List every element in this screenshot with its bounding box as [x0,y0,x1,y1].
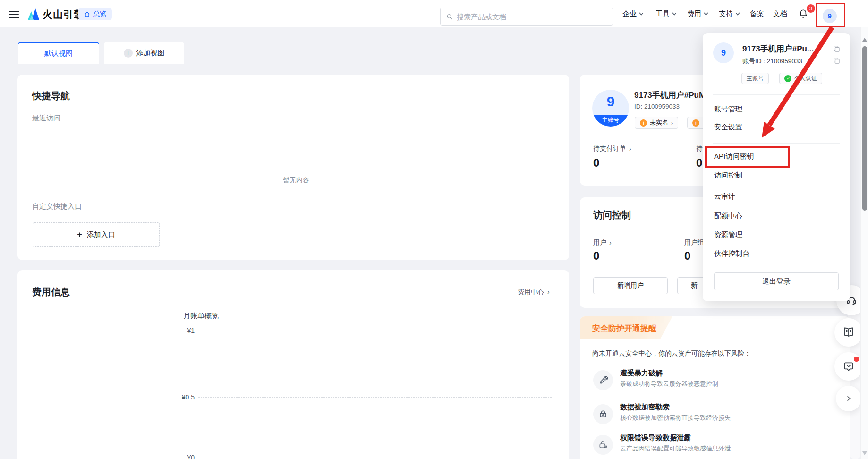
menu-item-resource-management[interactable]: 资源管理 [714,230,742,241]
nav-tools[interactable]: 工具 [655,0,677,27]
security-desc: 尚未开通云安全中心，你的云资产可能存在以下风险： [592,349,751,358]
risk-title: 数据被加密勒索 [620,403,670,412]
chevron-right-icon: › [609,239,612,246]
gridline-0_5 [198,397,552,398]
top-header: 火山引擎 总览 企业 工具 费用 支持 备案 文档 [0,0,868,27]
open-book-icon [842,326,855,339]
menu-item-quota-center[interactable]: 配额中心 [714,212,742,222]
add-entry-button[interactable]: + 添加入口 [33,222,160,247]
account-name: 9173手机用户#PuM [634,90,706,101]
tab-add-view[interactable]: + 添加视图 [104,42,184,64]
wrench-icon [593,370,613,390]
lock-x-icon [593,435,613,455]
chevron-down-icon [704,12,708,16]
users-value: 0 [593,249,599,263]
second-stat-value: 0 [696,156,702,170]
notification-dot [854,357,859,362]
logout-button[interactable]: 退出登录 [714,272,839,290]
info-icon: i [692,119,699,127]
chart-title: 月账单概览 [183,312,219,321]
risk-desc: 暴破成功将导致云服务器被恶意控制 [620,380,718,388]
nav-support[interactable]: 支持 [719,0,740,27]
scrollbar-thumb[interactable] [862,46,867,211]
notification-count-badge: 3 [807,4,815,13]
empty-state-text: 暂无内容 [268,176,324,185]
user-groups-value: 0 [684,249,690,263]
billing-center-link[interactable]: 费用中心 › [518,288,550,297]
billing-title: 费用信息 [32,286,70,298]
access-title: 访问控制 [593,209,631,221]
search-input[interactable] [457,13,607,21]
realname-badge[interactable]: i 未实名 › [635,117,678,129]
risk-title: 遭受暴力破解 [620,369,663,378]
volcengine-logo-icon [27,8,41,20]
add-user-button[interactable]: 新增用户 [593,277,668,294]
docs-button[interactable] [834,318,863,347]
security-card: 安全防护开通提醒 尚未开通云安全中心，你的云资产可能存在以下风险： 遭受暴力破解… [580,316,850,459]
annotation-box-avatar [816,3,845,27]
menu-item-cloud-audit[interactable]: 云审计 [714,192,735,203]
collapse-button[interactable] [836,386,861,411]
custom-entry-label: 自定义快捷入口 [32,202,82,211]
dropdown-user-name: 9173手机用户#Pu... [742,43,830,54]
copy-icon[interactable] [833,57,840,64]
quick-nav-title: 快捷导航 [32,90,70,102]
chevron-right-icon: › [671,119,673,127]
second-stat-label: 待 [696,144,703,153]
users-link[interactable]: 用户 › [593,238,612,247]
overview-badge[interactable]: 总览 [78,8,112,20]
pending-orders-link[interactable]: 待支付订单 › [593,144,631,153]
lock-icon [593,404,613,424]
chevron-down-icon [639,12,644,16]
chat-bubble-icon [842,360,855,373]
risk-desc: 核心数据被加密勒索将直接导致经济损失 [620,414,731,422]
dropdown-account-id: 账号ID : 2100959033 [742,57,802,66]
y-tick-1: ¥1 [175,327,195,334]
risk-desc: 云产品因错误配置可能导致敏感信息外泄 [620,444,731,453]
plus-icon: + [77,230,82,240]
nav-enterprise[interactable]: 企业 [622,0,644,27]
nav-icp[interactable]: 备案 [750,0,764,27]
chevron-down-icon [672,12,677,16]
pending-orders-value: 0 [593,156,599,170]
chevron-down-icon [735,12,740,16]
feedback-button[interactable] [834,352,863,381]
info-icon: i [640,119,647,127]
menu-item-security-settings[interactable]: 安全设置 [714,123,742,133]
copy-icon[interactable] [833,45,840,52]
gridline-1 [198,331,552,331]
chevron-right-icon: › [629,145,631,153]
main-account-badge: 主账号 [741,73,769,84]
scroll-up-arrow[interactable] [862,38,867,42]
chevron-right-icon: › [547,288,550,297]
verified-badge: ✓ 个人认证 [779,73,822,84]
security-title: 安全防护开通提醒 [592,323,656,334]
menu-icon[interactable] [9,9,19,20]
annotation-box-api-key [705,146,790,168]
divider [713,94,840,95]
y-tick-0: ¥0 [175,454,195,459]
plus-icon: + [124,49,133,58]
divider [713,143,840,144]
nav-billing[interactable]: 费用 [687,0,708,27]
account-id: ID: 2100959033 [634,103,680,110]
risk-title: 权限错误导致数据泄露 [620,434,691,442]
menu-item-access-control[interactable]: 访问控制 [714,171,742,181]
recent-visits-label: 最近访问 [32,114,60,123]
overview-label: 总览 [93,10,106,18]
home-icon [84,11,90,17]
nav-docs[interactable]: 文档 [773,0,787,27]
brand-name: 火山引擎 [43,8,84,21]
search-icon [446,13,453,20]
y-tick-0_5: ¥0.5 [175,393,195,401]
avatar: 9 [713,42,734,63]
scrollbar [860,27,868,459]
menu-item-partner-console[interactable]: 伙伴控制台 [714,249,749,260]
scroll-down-arrow[interactable] [862,451,867,455]
check-icon: ✓ [784,75,791,82]
tab-default-view[interactable]: 默认视图 [18,42,99,64]
chevron-right-icon [845,395,852,402]
search-box[interactable] [440,8,613,26]
account-avatar: 9 主账号 [592,90,629,127]
menu-item-account-management[interactable]: 账号管理 [714,105,742,115]
